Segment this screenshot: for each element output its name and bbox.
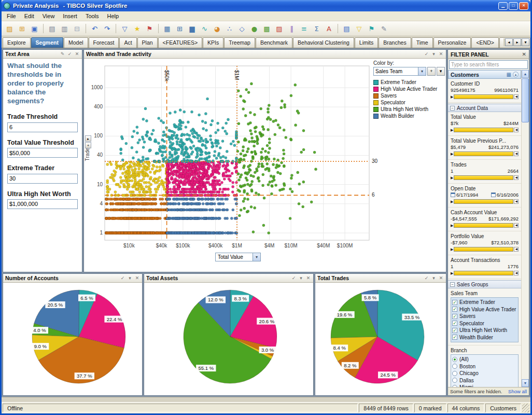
checkbox-speculator[interactable]: ✓Speculator	[452, 320, 517, 327]
radio-chicago[interactable]: Chicago	[452, 370, 517, 377]
legend-item-high-value-active-trader[interactable]: High Value Active Trader	[373, 86, 445, 92]
color-by-selector[interactable]: Sales Team ▾	[373, 67, 426, 76]
close-icon[interactable]: ✕	[305, 275, 311, 281]
filter-table-header-customers[interactable]: Customers▦▴	[448, 70, 521, 79]
tab-act[interactable]: Act	[119, 37, 136, 48]
filter-rows-button[interactable]: ▽	[119, 23, 131, 34]
copy-button[interactable]: ▥	[59, 23, 71, 34]
check-icon[interactable]: ✓	[424, 275, 429, 281]
parallel-coordinates-button[interactable]: ∥	[286, 23, 298, 34]
collapse-box-icon[interactable]: −	[450, 282, 455, 287]
tab-branches[interactable]: Branches	[379, 37, 411, 48]
range-slider[interactable]: ▶◀	[451, 199, 519, 204]
flag-button[interactable]: ⚑	[144, 23, 156, 34]
x-axis-selector[interactable]: Total Value ▾	[215, 253, 261, 261]
legend-item-extreme-trader[interactable]: Extreme Trader	[373, 79, 445, 86]
menu-icon[interactable]: ▾	[127, 275, 133, 281]
tab-time[interactable]: Time	[412, 37, 433, 48]
collapse-icon[interactable]: ▴	[513, 72, 519, 77]
edit-icon[interactable]: ✎	[60, 51, 65, 57]
pie-chart[interactable]: 33.5 %24.5 %8.2 %8.4 %19.6 %5.8 %	[315, 283, 445, 394]
check-icon[interactable]: ✓	[120, 275, 125, 281]
tab-limits[interactable]: Limits	[355, 37, 378, 48]
text-area-button[interactable]: A	[323, 23, 335, 34]
tab-menu-button[interactable]: ▾	[522, 38, 529, 46]
range-slider[interactable]: ▶◀	[451, 270, 519, 276]
menu-view[interactable]: View	[38, 12, 59, 20]
field-input-extreme-trader[interactable]	[7, 174, 78, 184]
checkbox-wealth-builder[interactable]: ✓Wealth Builder	[452, 334, 517, 341]
box-plot-button[interactable]: ≡	[298, 23, 310, 34]
tag-button[interactable]: ★	[131, 23, 143, 34]
save-button[interactable]: ▣	[29, 23, 40, 34]
3d-scatter-button[interactable]: ◇	[236, 23, 248, 34]
scroll-up-icon[interactable]: ▲	[522, 70, 529, 78]
show-all-link[interactable]: Show all	[508, 389, 527, 394]
filter-section-account-data[interactable]: −Account Data	[448, 104, 521, 112]
close-icon[interactable]: ✕	[74, 51, 80, 57]
scrollbar-thumb[interactable]	[522, 78, 529, 122]
filters-button[interactable]: ▽	[353, 23, 365, 34]
range-slider[interactable]: ▶◀	[451, 246, 519, 252]
document-properties-button[interactable]: ✎	[378, 23, 390, 34]
pie-chart[interactable]: 6.5 %22.4 %37.7 %9.0 %4.0 %20.5 %	[3, 283, 142, 394]
filter-panel-close-icon[interactable]: ✕	[522, 51, 526, 57]
legend-menu-button[interactable]: ▾	[437, 67, 445, 76]
close-icon[interactable]: ✕	[438, 275, 444, 281]
maximize-button[interactable]: □	[509, 2, 518, 10]
menu-insert[interactable]: Insert	[59, 12, 81, 20]
menu-icon[interactable]: ▾	[431, 275, 437, 281]
tab-scroll-right-button[interactable]: ▸	[513, 38, 521, 46]
legend-item-ultra-high-net-worth[interactable]: Ultra High Net Worth	[373, 106, 445, 113]
filter-search-input[interactable]	[449, 60, 528, 69]
tab-model[interactable]: Model	[64, 37, 88, 48]
print-button[interactable]: ▤	[46, 23, 58, 34]
menu-file[interactable]: File	[3, 12, 20, 20]
map-chart-button[interactable]: ●	[248, 23, 260, 34]
field-input-total-value-threshold[interactable]	[7, 148, 78, 158]
y-axis-button-0[interactable]: ▸	[85, 135, 91, 142]
summary-table-button[interactable]: Σ	[311, 23, 323, 34]
tab-treemap[interactable]: Treemap	[224, 37, 255, 48]
tab-forecast[interactable]: Forecast	[89, 37, 119, 48]
line-chart-button[interactable]: ∿	[199, 23, 211, 34]
data-table-button[interactable]: ▦	[161, 23, 173, 34]
menu-icon[interactable]: ▾	[431, 51, 437, 57]
tab-kpis[interactable]: KPIs	[203, 37, 223, 48]
minimize-button[interactable]: ▁	[498, 2, 508, 10]
add-data-table-button[interactable]: ⊞	[16, 23, 28, 34]
pie-chart-button[interactable]: ◕	[211, 23, 223, 34]
filter-section-sales-groups[interactable]: −Sales Groups	[448, 280, 521, 288]
check-icon[interactable]: ✓	[67, 51, 73, 57]
checkbox-extreme-trader[interactable]: ✓Extreme Trader	[452, 299, 517, 306]
radio-all[interactable]: (All)	[452, 356, 517, 363]
open-button[interactable]: ▨	[4, 23, 16, 34]
checkbox-savers[interactable]: ✓Savers	[452, 313, 517, 320]
menu-tools[interactable]: Tools	[81, 12, 103, 20]
scatter-plot-button[interactable]: ∴	[223, 23, 235, 34]
filter-scrollbar[interactable]: ▲ ▼	[521, 70, 529, 387]
titlebar[interactable]: Private Analysis - TIBCO Silver Spotfire…	[2, 0, 530, 11]
field-input-ultra-high-net-worth[interactable]	[7, 199, 78, 209]
heat-map-button[interactable]: ▨	[273, 23, 285, 34]
tab-features[interactable]: <FEATURES>	[158, 37, 203, 48]
radio-miami[interactable]: Miami	[452, 384, 517, 387]
range-slider[interactable]: ▶◀	[451, 151, 519, 157]
legend-item-speculator[interactable]: Speculator	[373, 99, 445, 106]
tab-scroll-left-button[interactable]: ◂	[505, 38, 513, 46]
treemap-button[interactable]: ▩	[261, 23, 273, 34]
checkbox-ultra-high-net-worth[interactable]: ✓Ultra High Net Worth	[452, 327, 517, 334]
tab-segment[interactable]: Segment	[31, 37, 63, 48]
legend-item-wealth-builder[interactable]: Wealth Builder	[373, 113, 445, 119]
tab-explore[interactable]: Explore	[3, 37, 31, 48]
undo-button[interactable]: ↶	[89, 23, 101, 34]
menu-edit[interactable]: Edit	[20, 12, 38, 20]
radio-dallas[interactable]: Dallas	[452, 377, 517, 384]
redo-button[interactable]: ↷	[101, 23, 113, 34]
range-slider[interactable]: ▶◀	[451, 175, 519, 181]
collapse-box-icon[interactable]: −	[450, 106, 455, 110]
y-axis-button-1[interactable]: +	[85, 142, 91, 148]
legend-add-button[interactable]: +	[427, 67, 436, 76]
range-slider[interactable]: ▶◀	[451, 127, 519, 133]
tab-end[interactable]: <END>	[471, 37, 498, 48]
